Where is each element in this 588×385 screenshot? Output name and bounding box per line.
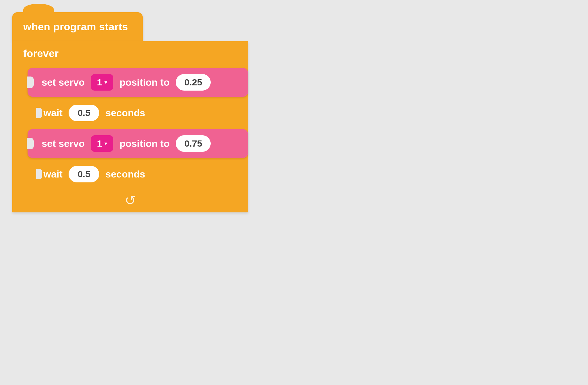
position-to-2: position to [119,138,170,149]
servo-value-2: 1 [97,138,102,149]
set-servo-prefix-2: set servo [42,138,85,149]
wait-prefix-2: wait [43,169,62,180]
dropdown-arrow-1: ▾ [104,79,107,86]
wait-value-pill-2[interactable]: 0.5 [69,166,99,182]
wait-block-1-wrapper: wait 0.5 seconds [21,99,248,127]
forever-footer: ↺ [12,188,248,212]
block-stack: when program starts forever set servo 1 … [12,12,248,212]
left-notch-wait-2 [36,169,42,179]
position-value-pill-2[interactable]: 0.75 [176,135,211,152]
canvas: when program starts forever set servo 1 … [0,0,588,385]
position-value-1: 0.25 [184,77,202,88]
hat-block[interactable]: when program starts [12,12,143,41]
servo-dropdown-2[interactable]: 1 ▾ [91,135,114,152]
position-value-pill-1[interactable]: 0.25 [176,74,211,91]
set-servo-block-2[interactable]: set servo 1 ▾ position to 0.75 [28,129,248,158]
forever-block: forever set servo 1 ▾ position to [12,41,248,212]
wait-value-1: 0.5 [77,108,90,118]
wait-suffix-2: seconds [105,169,145,180]
set-servo-2-wrapper: set servo 1 ▾ position to 0.75 [21,127,248,160]
hat-block-label: when program starts [23,21,128,32]
hat-bump [23,4,54,16]
set-servo-prefix-1: set servo [42,77,85,88]
forever-label: forever [23,47,58,59]
forever-header: forever [12,41,248,65]
wait-block-2-wrapper: wait 0.5 seconds [21,160,248,188]
left-notch-1 [27,77,34,88]
set-servo-block-1[interactable]: set servo 1 ▾ position to 0.25 [28,68,248,97]
position-value-2: 0.75 [184,138,202,149]
position-to-1: position to [119,77,170,88]
wait-block-2[interactable]: wait 0.5 seconds [21,160,248,188]
servo-value-1: 1 [97,77,102,88]
loop-arrow-icon: ↺ [125,192,136,208]
dropdown-arrow-2: ▾ [104,140,107,147]
wait-value-pill-1[interactable]: 0.5 [69,105,99,121]
wait-prefix-1: wait [43,107,62,119]
wait-block-1[interactable]: wait 0.5 seconds [21,99,248,127]
servo-dropdown-1[interactable]: 1 ▾ [91,74,114,91]
left-notch-2 [27,138,34,149]
wait-suffix-1: seconds [105,107,145,119]
set-servo-1-wrapper: set servo 1 ▾ position to 0.25 [21,65,248,99]
left-notch-wait-1 [36,108,42,118]
forever-body: set servo 1 ▾ position to 0.25 [12,65,248,188]
wait-value-2: 0.5 [77,169,90,179]
